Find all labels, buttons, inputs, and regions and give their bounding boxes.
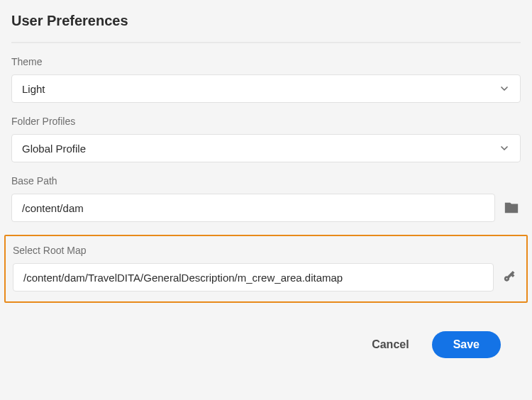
root-map-value: /content/dam/TravelDITA/GeneralDescripti… [23,272,343,284]
page-title: User Preferences [11,13,521,29]
chevron-down-icon [499,143,510,154]
browse-folder-button[interactable] [502,199,521,217]
divider [11,42,521,43]
root-map-highlight: Select Root Map /content/dam/TravelDITA/… [4,235,528,303]
chevron-down-icon [499,83,510,94]
select-key-button[interactable] [501,268,519,287]
key-icon [502,270,518,285]
base-path-label: Base Path [11,175,521,187]
theme-select[interactable]: Light [11,74,521,103]
user-preferences-panel: User Preferences Theme Light Folder Prof… [0,0,532,377]
base-path-value: /content/dam [22,202,84,214]
folder-profiles-select[interactable]: Global Profile [11,134,521,162]
folder-icon [504,200,519,216]
base-path-input[interactable]: /content/dam [11,194,495,222]
dialog-footer: Cancel Save [11,316,521,365]
root-map-input[interactable]: /content/dam/TravelDITA/GeneralDescripti… [13,263,494,291]
save-button[interactable]: Save [432,331,501,358]
folder-profiles-value: Global Profile [22,143,86,155]
theme-value: Light [22,83,45,95]
root-map-label: Select Root Map [13,245,519,256]
cancel-button[interactable]: Cancel [369,333,411,357]
theme-label: Theme [11,56,521,67]
folder-profiles-label: Folder Profiles [11,116,521,127]
